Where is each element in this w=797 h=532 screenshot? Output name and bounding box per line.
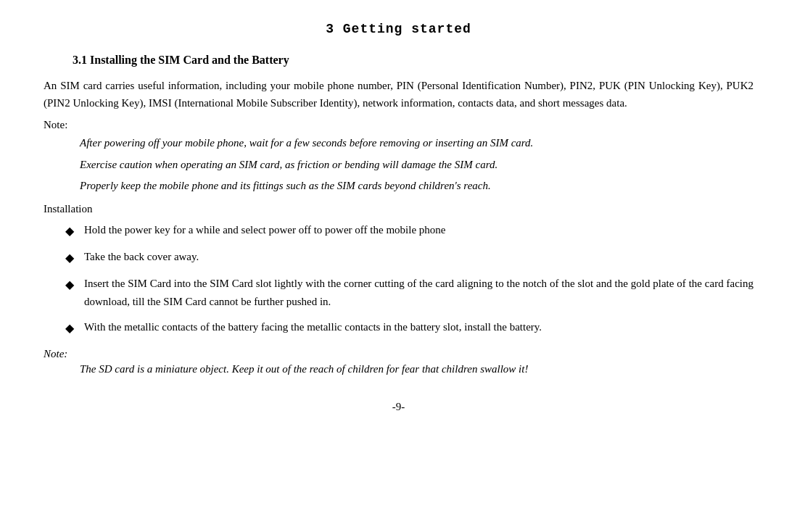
italic-line-1: After powering off your mobile phone, wa… — [80, 134, 753, 153]
list-item: ◆ Take the back cover away. — [65, 248, 753, 267]
bullet-text-1: Hold the power key for a while and selec… — [84, 221, 753, 239]
bullet-icon: ◆ — [65, 275, 74, 294]
list-item: ◆ With the metallic contacts of the batt… — [65, 318, 753, 338]
page-title: 3 Getting started — [44, 22, 753, 36]
bottom-note-content: The SD card is a miniature object. Keep … — [80, 360, 753, 379]
list-item: ◆ Insert the SIM Card into the SIM Card … — [65, 275, 753, 311]
list-item: ◆ Hold the power key for a while and sel… — [65, 221, 753, 241]
bullet-text-2: Take the back cover away. — [84, 248, 753, 266]
bullet-icon: ◆ — [65, 249, 74, 267]
page-number: -9- — [44, 401, 753, 413]
intro-paragraph: An SIM card carries useful information, … — [44, 77, 753, 112]
italic-line-3: Properly keep the mobile phone and its f… — [80, 177, 753, 196]
bullet-text-4: With the metallic contacts of the batter… — [84, 318, 753, 336]
bottom-note-label: Note: — [44, 348, 67, 359]
bullet-list: ◆ Hold the power key for a while and sel… — [65, 221, 753, 338]
bullet-text-3: Insert the SIM Card into the SIM Card sl… — [84, 275, 753, 311]
section-heading: 3.1 Installing the SIM Card and the Batt… — [73, 54, 753, 67]
installation-label: Installation — [44, 203, 753, 215]
italic-line-2: Exercise caution when operating an SIM c… — [80, 156, 753, 175]
bullet-icon: ◆ — [65, 222, 74, 241]
bullet-icon: ◆ — [65, 319, 74, 338]
bottom-note-block: Note: The SD card is a miniature object.… — [44, 348, 753, 379]
note-label-top: Note: — [44, 119, 753, 131]
